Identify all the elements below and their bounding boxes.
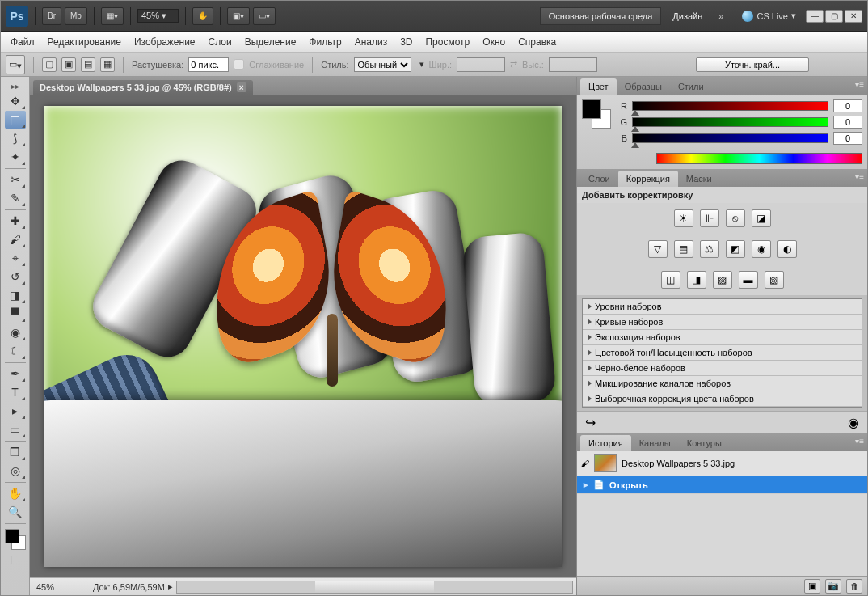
menu-view[interactable]: Просмотр: [419, 33, 476, 51]
menu-file[interactable]: Файл: [4, 33, 41, 51]
move-tool[interactable]: ✥: [5, 92, 26, 110]
adj-hue-icon[interactable]: ▤: [674, 240, 693, 258]
workspace-design[interactable]: Дизайн: [664, 8, 710, 24]
adj-clip-icon[interactable]: ◉: [848, 415, 859, 430]
eyedropper-tool[interactable]: ✎: [5, 189, 26, 207]
zoom-select[interactable]: 45% ▾: [137, 9, 179, 23]
horizontal-scrollbar[interactable]: [176, 581, 573, 594]
adj-exposure-icon[interactable]: ◪: [752, 209, 771, 227]
dodge-tool[interactable]: ☾: [5, 342, 26, 360]
color-swatches[interactable]: [5, 529, 26, 550]
adj-threshold-icon[interactable]: ▨: [713, 271, 732, 289]
type-tool[interactable]: T: [5, 383, 26, 401]
bridge-button[interactable]: Br: [42, 7, 61, 25]
history-brush-marker-icon[interactable]: ▸: [584, 480, 588, 490]
workspace-more-icon[interactable]: »: [714, 11, 728, 21]
menu-window[interactable]: Окно: [476, 33, 512, 51]
tab-masks[interactable]: Маски: [678, 171, 720, 187]
eraser-tool[interactable]: ◨: [5, 286, 26, 304]
toolbox-collapse-icon[interactable]: ▸▸: [11, 82, 19, 91]
menu-layers[interactable]: Слои: [202, 33, 238, 51]
menu-select[interactable]: Выделение: [238, 33, 303, 51]
history-panel-menu-icon[interactable]: ▾≡: [855, 437, 864, 446]
minibridge-button[interactable]: Mb: [65, 7, 87, 25]
foreground-color-swatch[interactable]: [5, 529, 19, 543]
adj-channelmixer-icon[interactable]: ◐: [777, 240, 797, 258]
tab-channels[interactable]: Каналы: [631, 435, 679, 451]
menu-help[interactable]: Справка: [512, 33, 563, 51]
adj-levels-icon[interactable]: ⊪: [700, 209, 719, 227]
pen-tool[interactable]: ✒: [5, 365, 26, 383]
status-docsize[interactable]: Док: 6,59M/6,59M▸: [86, 581, 173, 592]
cs-live-button[interactable]: CS Live ▾: [742, 11, 796, 22]
menu-image[interactable]: Изображение: [128, 33, 202, 51]
path-select-tool[interactable]: ▸: [5, 402, 26, 420]
tab-swatches[interactable]: Образцы: [617, 78, 670, 95]
menu-filter[interactable]: Фильтр: [302, 33, 348, 51]
adj-posterize-icon[interactable]: ◨: [687, 271, 706, 289]
selection-intersect-icon[interactable]: ▦: [100, 57, 115, 72]
hue-bar[interactable]: [656, 153, 862, 164]
preset-channel-mixer[interactable]: Микширование каналов наборов: [583, 376, 862, 391]
document-tab[interactable]: Desktop Wallpapers 5 33.jpg @ 45% (RGB/8…: [33, 80, 253, 95]
selection-subtract-icon[interactable]: ▤: [81, 57, 95, 72]
quick-select-tool[interactable]: ✦: [5, 148, 26, 166]
adjust-panel-menu-icon[interactable]: ▾≡: [855, 172, 864, 181]
gradient-tool[interactable]: ▀: [5, 305, 26, 323]
preset-hue-sat[interactable]: Цветовой тон/Насыщенность наборов: [583, 345, 862, 361]
healing-tool[interactable]: ✚: [5, 212, 26, 230]
g-value-input[interactable]: [833, 116, 862, 129]
preset-levels[interactable]: Уровни наборов: [583, 299, 862, 315]
adj-bw-icon[interactable]: ◩: [726, 240, 745, 258]
preset-curves[interactable]: Кривые наборов: [583, 315, 862, 330]
refine-edge-button[interactable]: Уточн. край...: [696, 57, 809, 72]
tab-adjustments[interactable]: Коррекция: [618, 171, 678, 187]
b-slider[interactable]: [632, 133, 828, 143]
adj-photofilter-icon[interactable]: ◉: [752, 240, 771, 258]
document-tab-close-icon[interactable]: ×: [237, 82, 246, 92]
g-slider[interactable]: [632, 117, 828, 127]
selection-new-icon[interactable]: ▢: [42, 57, 57, 72]
lasso-tool[interactable]: ⟆: [5, 129, 26, 147]
history-brush-source-icon[interactable]: 🖌: [580, 459, 589, 468]
adjust-preset-list[interactable]: Уровни наборов Кривые наборов Экспозиция…: [582, 298, 862, 408]
preset-exposure[interactable]: Экспозиция наборов: [583, 330, 862, 345]
window-minimize-button[interactable]: —: [806, 10, 824, 23]
arrange-docs-button[interactable]: ▣▾: [227, 7, 250, 25]
marquee-tool[interactable]: ◫: [5, 111, 26, 129]
tab-styles[interactable]: Стили: [670, 78, 712, 95]
adj-invert-icon[interactable]: ◫: [661, 271, 680, 289]
canvas-viewport[interactable]: [30, 95, 576, 577]
blur-tool[interactable]: ◉: [5, 323, 26, 341]
adj-curves-icon[interactable]: ⎋: [726, 209, 745, 227]
adj-vibrance-icon[interactable]: ▽: [648, 240, 668, 258]
window-maximize-button[interactable]: ▢: [825, 10, 843, 23]
tab-paths[interactable]: Контуры: [679, 435, 730, 451]
r-value-input[interactable]: [833, 99, 862, 112]
tool-preset-button[interactable]: ▭▾: [6, 55, 25, 74]
menu-analysis[interactable]: Анализ: [348, 33, 394, 51]
color-panel-swatches[interactable]: [582, 99, 611, 129]
menu-3d[interactable]: 3D: [394, 33, 419, 51]
stamp-tool[interactable]: ⌖: [5, 249, 26, 267]
adj-selectivecolor-icon[interactable]: ▧: [765, 271, 784, 289]
crop-tool[interactable]: ✂: [5, 171, 26, 188]
feather-input[interactable]: [188, 57, 229, 72]
history-brush-tool[interactable]: ↺: [5, 268, 26, 285]
zoom-tool[interactable]: 🔍: [5, 503, 26, 521]
hand-tool[interactable]: ✋: [5, 484, 26, 502]
adj-brightness-icon[interactable]: ☀: [674, 209, 693, 227]
adj-colorbalance-icon[interactable]: ⚖: [700, 240, 719, 258]
style-select[interactable]: Обычный: [354, 57, 411, 72]
menu-edit[interactable]: Редактирование: [41, 33, 128, 51]
preset-selective-color[interactable]: Выборочная коррекция цвета наборов: [583, 391, 862, 407]
history-delete-button[interactable]: 🗑: [846, 579, 862, 594]
status-zoom[interactable]: 45%: [30, 578, 86, 595]
history-step-open[interactable]: ▸ 📄 Открыть: [577, 476, 867, 494]
brush-tool[interactable]: 🖌: [5, 230, 26, 248]
view-extras-button[interactable]: ▦▾: [101, 7, 124, 25]
r-slider[interactable]: [632, 101, 828, 111]
shape-tool[interactable]: ▭: [5, 421, 26, 438]
preset-bw[interactable]: Черно-белое наборов: [583, 361, 862, 376]
adj-gradientmap-icon[interactable]: ▬: [739, 271, 758, 289]
